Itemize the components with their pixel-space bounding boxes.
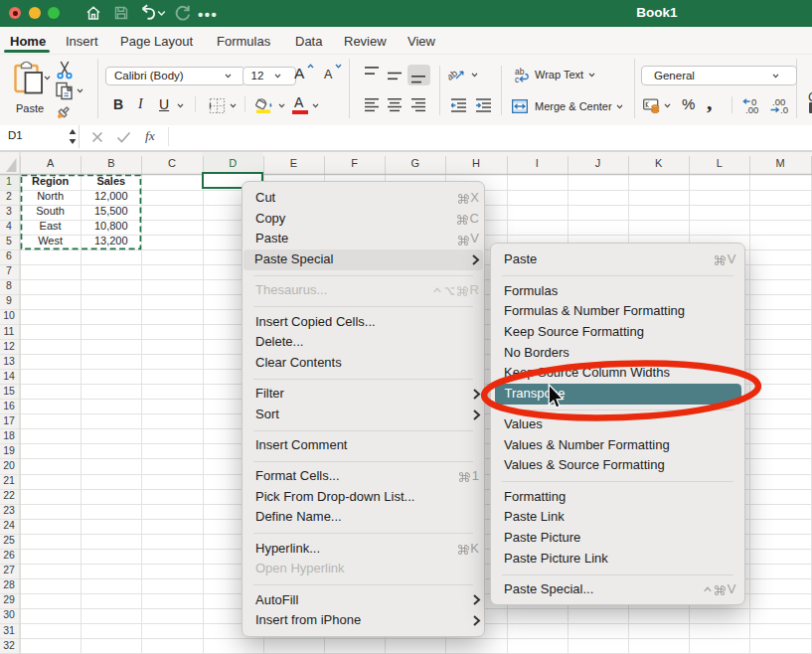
svg-text:.0: .0 bbox=[780, 104, 788, 114]
svg-text:.00: .00 bbox=[745, 104, 758, 114]
svg-text:ab: ab bbox=[448, 68, 459, 82]
